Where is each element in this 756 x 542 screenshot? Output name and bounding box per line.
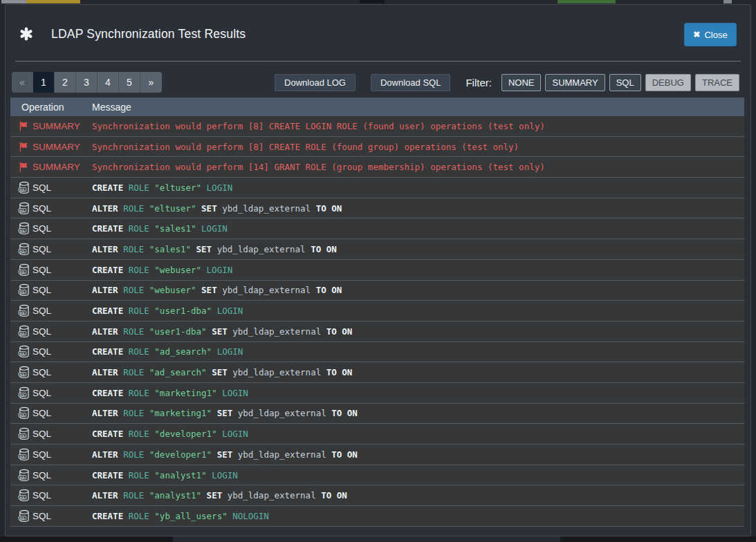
operation-label: SQL xyxy=(33,511,51,521)
pagination-page-3[interactable]: 3 xyxy=(76,72,98,93)
results-table-body: SUMMARYSynchronization would perform [8]… xyxy=(10,116,744,527)
message-token: CREATE xyxy=(92,429,123,439)
message-token: TO xyxy=(331,408,342,418)
message-cell: CREATE ROLE "sales1" LOGIN xyxy=(82,223,228,234)
message-token: SET xyxy=(207,490,223,501)
message-cell: ALTER ROLE "eltuser" SET ybd_ldap_extern… xyxy=(82,203,342,214)
table-row: SQLSQLALTER ROLE "sales1" SET ybd_ldap_e… xyxy=(10,239,744,260)
svg-text:SQL: SQL xyxy=(19,332,26,335)
operation-label: SQL xyxy=(33,244,51,254)
message-cell: CREATE ROLE "user1-dba" LOGIN xyxy=(82,306,243,316)
download-sql-button[interactable]: Download SQL xyxy=(371,74,450,91)
table-row: SQLSQLCREATE ROLE "sales1" LOGIN xyxy=(10,218,744,239)
operation-cell: SQLSQL xyxy=(10,263,82,277)
filter-button-group: NONESUMMARYSQLDEBUGTRACE xyxy=(497,74,739,91)
flag-icon xyxy=(17,142,30,152)
background-logo-fragment xyxy=(26,0,80,3)
message-token: LOGIN xyxy=(217,346,243,357)
table-row: SQLSQLALTER ROLE "eltuser" SET ybd_ldap_… xyxy=(10,198,744,219)
operation-cell: SUMMARY xyxy=(10,142,82,152)
results-table: Operation Message SUMMARYSynchronization… xyxy=(10,97,744,527)
message-token: "ad_search" xyxy=(154,346,212,357)
database-icon: SQL xyxy=(17,510,30,523)
pagination-page-2[interactable]: 2 xyxy=(55,72,76,93)
message-cell: ALTER ROLE "marketing1" SET ybd_ldap_ext… xyxy=(82,408,358,418)
pagination-page-5[interactable]: 5 xyxy=(119,72,140,93)
message-token: ON xyxy=(347,408,358,418)
operation-cell: SQLSQL xyxy=(10,304,82,317)
operation-label: SUMMARY xyxy=(33,142,80,152)
svg-text:SQL: SQL xyxy=(19,393,26,397)
operation-label: SQL xyxy=(33,326,51,337)
operation-cell: SQLSQL xyxy=(10,448,82,461)
message-token: ROLE xyxy=(123,449,144,460)
svg-text:SQL: SQL xyxy=(19,434,26,438)
table-row: SQLSQLCREATE ROLE "user1-dba" LOGIN xyxy=(10,301,744,321)
message-token: LOGIN xyxy=(201,223,228,234)
message-token: "eltuser" xyxy=(149,203,196,214)
message-token: CREATE xyxy=(92,346,123,357)
message-token: LOGIN xyxy=(222,388,248,398)
svg-text:SQL: SQL xyxy=(19,270,26,274)
message-token: ON xyxy=(347,449,358,460)
operation-cell: SQLSQL xyxy=(10,427,82,440)
operation-cell: SUMMARY xyxy=(10,121,82,131)
message-token: Synchronization would perform [14] GRANT… xyxy=(92,162,545,172)
message-token: ROLE xyxy=(129,429,149,439)
database-icon: SQL xyxy=(17,181,30,194)
message-token: "developer1" xyxy=(149,449,212,460)
pagination-prev[interactable]: « xyxy=(12,72,33,93)
message-token: ALTER xyxy=(92,244,118,254)
table-row: SUMMARYSynchronization would perform [14… xyxy=(10,157,744,178)
message-cell: CREATE ROLE "analyst1" LOGIN xyxy=(82,470,238,480)
pagination-page-1[interactable]: 1 xyxy=(33,72,55,93)
pagination-next[interactable]: » xyxy=(140,72,162,93)
message-token: ROLE xyxy=(129,265,149,275)
table-row: SUMMARYSynchronization would perform [8]… xyxy=(10,137,744,158)
download-log-button[interactable]: Download LOG xyxy=(275,74,356,91)
close-button[interactable]: ✖ Close xyxy=(684,23,737,46)
table-row: SQLSQLCREATE ROLE "marketing1" LOGIN xyxy=(10,383,744,404)
filter-trace-button[interactable]: TRACE xyxy=(695,74,739,91)
asterisk-icon xyxy=(19,24,33,44)
database-icon: SQL xyxy=(17,325,30,338)
message-token: "eltuser" xyxy=(154,183,201,193)
operation-label: SQL xyxy=(33,183,51,193)
filter-debug-button[interactable]: DEBUG xyxy=(645,74,691,91)
message-token: TO xyxy=(321,490,331,501)
background-nav-fragment xyxy=(360,0,385,3)
table-row: SQLSQLCREATE ROLE "eltuser" LOGIN xyxy=(10,178,744,198)
filter-summary-button[interactable]: SUMMARY xyxy=(545,74,605,91)
message-token: SET xyxy=(196,244,212,254)
message-token: ybd_ldap_external xyxy=(222,285,311,295)
table-row: SQLSQLALTER ROLE "marketing1" SET ybd_ld… xyxy=(10,404,744,424)
database-icon: SQL xyxy=(17,243,30,256)
message-token: ybd_ldap_external xyxy=(238,408,326,418)
filter-sql-button[interactable]: SQL xyxy=(609,74,641,91)
filter-none-button[interactable]: NONE xyxy=(501,74,542,91)
message-token: CREATE xyxy=(92,511,123,521)
pagination-page-4[interactable]: 4 xyxy=(98,72,119,93)
svg-text:SQL: SQL xyxy=(19,455,26,458)
svg-text:SQL: SQL xyxy=(19,352,26,355)
operation-label: SUMMARY xyxy=(33,121,80,131)
svg-text:SQL: SQL xyxy=(19,229,26,232)
operation-cell: SQLSQL xyxy=(10,510,82,523)
table-row: SUMMARYSynchronization would perform [8]… xyxy=(10,116,744,137)
message-token: SET xyxy=(217,408,233,418)
operation-cell: SQLSQL xyxy=(10,345,82,358)
message-token: ROLE xyxy=(123,326,144,337)
database-icon: SQL xyxy=(17,222,30,235)
database-icon: SQL xyxy=(17,263,30,277)
table-row: SQLSQLCREATE ROLE "developer1" LOGIN xyxy=(10,424,744,445)
svg-text:SQL: SQL xyxy=(19,188,26,191)
message-cell: ALTER ROLE "developer1" SET ybd_ldap_ext… xyxy=(82,449,358,460)
message-token: CREATE xyxy=(92,306,123,316)
message-token: SET xyxy=(217,449,233,460)
message-token: ybd_ldap_external xyxy=(232,367,321,377)
svg-text:SQL: SQL xyxy=(19,250,26,253)
operation-label: SQL xyxy=(33,346,51,357)
operation-cell: SUMMARY xyxy=(10,162,82,172)
message-token: ROLE xyxy=(123,367,144,377)
message-token: TO xyxy=(326,326,337,337)
